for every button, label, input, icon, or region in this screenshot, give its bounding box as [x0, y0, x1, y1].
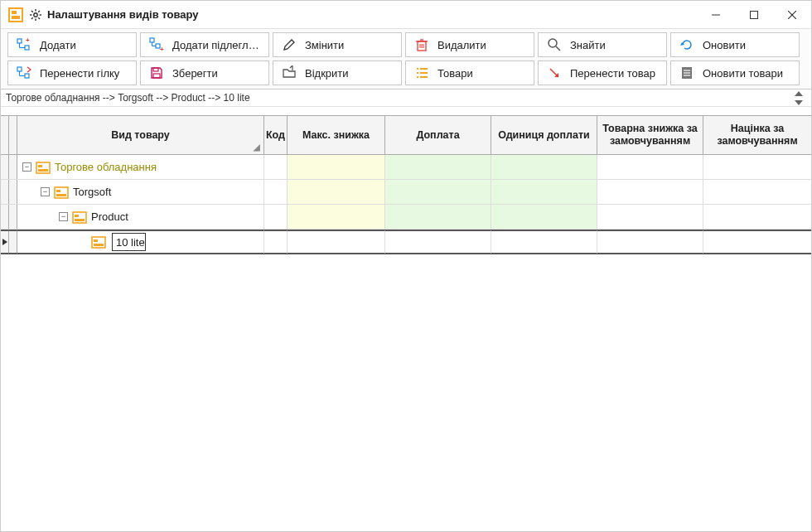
- col-extra-label: Доплата: [416, 129, 459, 142]
- tree-node-label: Торгове обладнання: [55, 161, 157, 173]
- svg-rect-36: [25, 74, 29, 78]
- edit-label: Змінити: [305, 39, 344, 51]
- save-label: Зберегти: [172, 67, 218, 80]
- tree-row-torgsoft[interactable]: − Torgsoft: [1, 180, 811, 205]
- col-maxd-label: Макс. знижка: [302, 129, 370, 142]
- svg-rect-1: [12, 11, 17, 14]
- app-icon: [7, 7, 24, 23]
- tree-row-10lite[interactable]: 10 lite: [1, 230, 811, 254]
- sort-indicator-icon: ◢: [254, 143, 260, 152]
- update-goods-label: Оновити товари: [703, 67, 783, 80]
- doc-refresh-icon: [679, 65, 694, 80]
- svg-point-3: [34, 12, 37, 16]
- move-branch-icon: [17, 65, 31, 80]
- find-button[interactable]: Знайти: [538, 32, 667, 57]
- svg-text:+: +: [26, 37, 30, 44]
- save-button[interactable]: Зберегти: [140, 60, 269, 85]
- open-button[interactable]: Відкрити: [273, 60, 402, 85]
- grid-header-code[interactable]: Код: [264, 116, 288, 154]
- tree-node-label: Torgsoft: [73, 186, 111, 198]
- delete-label: Видалити: [437, 39, 486, 51]
- grid-header-maxdiscount[interactable]: Макс. знижка: [288, 116, 385, 154]
- svg-rect-59: [56, 190, 60, 192]
- grid: Вид товару ◢ Код Макс. знижка Доплата Од…: [1, 115, 811, 254]
- col-defd-label: Товарна знижка за замовчуванням: [601, 123, 699, 148]
- svg-rect-65: [94, 239, 98, 242]
- svg-rect-61: [73, 212, 86, 223]
- svg-rect-57: [38, 169, 48, 172]
- floppy-icon: [149, 65, 164, 80]
- svg-rect-63: [75, 219, 85, 221]
- grid-header-row: Вид товару ◢ Код Макс. знижка Доплата Од…: [1, 115, 811, 155]
- pencil-icon: [282, 37, 297, 52]
- grid-body: − Торгове обладнання −: [1, 155, 811, 254]
- arrow-down-right-icon: [547, 65, 562, 80]
- gear-icon: [29, 8, 42, 22]
- grid-header-default-markup[interactable]: Націнка за замовчуванням: [703, 116, 811, 154]
- breadcrumb-row: Торгове обладнання --> Torgsoft --> Prod…: [1, 89, 811, 107]
- search-icon: [547, 37, 562, 52]
- goods-button[interactable]: Товари: [405, 60, 534, 85]
- grid-header-extrapay[interactable]: Доплата: [385, 116, 491, 154]
- col-tree-label: Вид товару: [111, 129, 170, 142]
- breadcrumb: Торгове обладнання --> Torgsoft --> Prod…: [6, 92, 250, 104]
- svg-line-8: [31, 11, 33, 12]
- edit-button[interactable]: Змінити: [273, 32, 402, 57]
- svg-point-32: [549, 39, 557, 47]
- folder-open-icon: [282, 65, 297, 80]
- refresh-icon: [679, 37, 694, 52]
- add-subordinate-label: Додати підлеглий: [172, 39, 260, 51]
- svg-rect-60: [56, 194, 66, 196]
- tree-row-product[interactable]: − Product: [1, 205, 811, 230]
- add-subordinate-button[interactable]: + Додати підлеглий: [140, 32, 269, 57]
- move-good-label: Перенести товар: [570, 67, 655, 80]
- svg-rect-39: [153, 68, 158, 71]
- expand-toggle[interactable]: −: [22, 162, 31, 172]
- move-branch-button[interactable]: Перенести гілку: [7, 60, 137, 85]
- tree-add-icon: +: [17, 37, 31, 52]
- expand-toggle[interactable]: −: [59, 212, 68, 221]
- svg-rect-56: [38, 165, 42, 167]
- current-row-marker-icon: [2, 239, 7, 245]
- maximize-button[interactable]: [735, 1, 773, 28]
- svg-rect-35: [17, 67, 22, 71]
- svg-rect-55: [36, 162, 50, 173]
- move-branch-label: Перенести гілку: [40, 67, 119, 80]
- grid-header-tree[interactable]: Вид товару ◢: [17, 116, 264, 154]
- tree-node-label: 10 lite: [116, 236, 145, 249]
- svg-rect-2: [12, 16, 20, 19]
- window-title: Налаштування видів товару: [47, 8, 198, 21]
- tree-row-root[interactable]: − Торгове обладнання: [1, 155, 811, 180]
- add-button[interactable]: + Додати: [7, 32, 137, 57]
- grid-header-indicator2[interactable]: [9, 116, 17, 154]
- svg-rect-13: [751, 11, 758, 18]
- svg-rect-62: [75, 215, 79, 217]
- svg-rect-16: [17, 39, 22, 43]
- move-good-button[interactable]: Перенести товар: [538, 60, 667, 85]
- close-button[interactable]: [773, 1, 811, 28]
- svg-rect-17: [25, 46, 29, 50]
- delete-button[interactable]: Видалити: [405, 32, 534, 57]
- grid-header-indicator[interactable]: [1, 116, 9, 154]
- toolbar: + Додати + Додати підлеглий Змінити Вида…: [1, 29, 811, 89]
- update-goods-button[interactable]: Оновити товари: [670, 60, 800, 85]
- svg-line-33: [556, 46, 560, 51]
- refresh-button[interactable]: Оновити: [670, 32, 800, 57]
- tree-node-edit-cell[interactable]: 10 lite: [112, 233, 146, 251]
- svg-marker-54: [795, 100, 803, 105]
- minimize-button[interactable]: [697, 1, 735, 28]
- tree-node-label: Product: [91, 210, 128, 223]
- scroll-up-button[interactable]: [791, 89, 806, 98]
- scroll-down-button[interactable]: [791, 98, 806, 107]
- grid-header-default-discount[interactable]: Товарна знижка за замовчуванням: [597, 116, 703, 154]
- window-controls: [697, 1, 811, 28]
- svg-rect-0: [9, 8, 22, 22]
- grid-header-extra-unit[interactable]: Одиниця доплати: [491, 116, 597, 154]
- expand-toggle[interactable]: −: [41, 187, 50, 196]
- col-markup-label: Націнка за замовчуванням: [707, 123, 808, 148]
- svg-line-11: [38, 11, 40, 12]
- svg-rect-58: [55, 187, 68, 198]
- svg-rect-64: [92, 237, 105, 248]
- goods-label: Товари: [437, 67, 473, 80]
- svg-marker-53: [795, 91, 803, 96]
